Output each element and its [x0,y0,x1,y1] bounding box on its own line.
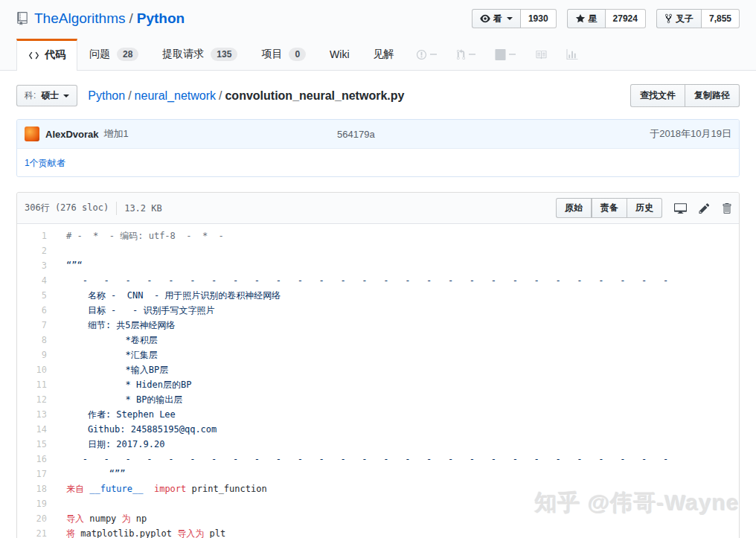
find-file-button[interactable]: 查找文件 [630,84,685,107]
line-number[interactable]: 20 [17,511,56,526]
line-number[interactable]: 3 [17,258,56,273]
line-number[interactable]: 11 [17,377,56,392]
repo-breadcrumb: TheAlgorithms/Python [34,10,185,27]
fork-count[interactable]: 7,855 [702,9,740,28]
breadcrumb-filename: convolution_neural_network.py [225,89,404,102]
tab-label: 项目 [261,48,282,61]
file-nav-buttons: 查找文件 复制路径 [630,84,740,107]
line-number[interactable]: 5 [17,288,56,303]
line-content: 来自 __future__ import print_function [56,481,739,496]
line-number[interactable]: 19 [17,496,56,511]
copy-path-button[interactable]: 复制路径 [685,84,740,107]
commit-message-link[interactable]: 增加1 [104,127,129,141]
code-line: 16 - - - - - - - - - - - - - - - - - - -… [17,452,739,467]
code-line: 6 目标 - - 识别手写文字照片 [17,303,739,318]
line-content: “”“ [56,258,739,273]
trash-icon[interactable] [722,202,731,214]
divider [116,202,117,215]
page-header: TheAlgorithms/Python 看 1930 星 2 [0,0,756,71]
line-number[interactable]: 15 [17,437,56,452]
watch-count[interactable]: 1930 [521,9,557,28]
contributors-row: 1个贡献者 [17,148,739,176]
code-line: 3“”“ [17,258,739,273]
code-line: 11 * Hiden层的BP [17,377,739,392]
tab-提取请求[interactable]: 提取请求135 [150,39,249,70]
breadcrumb-folder-link[interactable]: neural_network [135,89,216,102]
line-content: “”” [56,467,739,481]
file-size: 13.2 KB [124,203,162,214]
loading-dash [469,54,475,55]
breadcrumb: Python/neural_network/convolution_neural… [88,89,404,103]
social-actions: 看 1930 星 27924 叉子 [472,9,740,28]
raw-button[interactable]: 原始 [556,198,592,218]
code-icon [28,50,39,61]
line-content [56,243,739,258]
line-number[interactable]: 17 [17,467,56,481]
line-number[interactable]: 18 [17,481,56,496]
tab-项目[interactable]: 项目0 [249,39,318,70]
blame-button[interactable]: 责备 [592,198,627,218]
code-line: 17 “”” [17,467,739,481]
loading-dash [430,54,437,55]
line-number[interactable]: 21 [17,526,56,538]
main-content: 科: 硕士 Python/neural_network/convolution_… [0,84,756,538]
line-number[interactable]: 10 [17,362,56,377]
tab-代码[interactable]: 代码 [16,39,77,71]
watch-button[interactable]: 看 [472,9,521,28]
pencil-icon[interactable] [699,202,710,214]
line-number[interactable]: 14 [17,422,56,437]
tab-counter: 0 [289,48,306,61]
display-icon[interactable] [674,202,687,214]
line-content: # - * - 编码: utf-8 - * - [56,228,739,243]
chevron-down-icon [63,95,69,100]
graph-icon[interactable] [557,39,588,70]
line-number[interactable]: 6 [17,303,56,318]
line-number[interactable]: 13 [17,407,56,422]
line-content: *汇集层 [56,348,739,362]
line-number[interactable]: 12 [17,392,56,407]
code-line: 2 [17,243,739,258]
commit-box: AlexDvorak 增加1 564179a 于2018年10月19日 1个贡献… [16,119,740,177]
breadcrumb-repo-link[interactable]: Python [88,89,125,102]
line-number[interactable]: 4 [17,273,56,288]
pull-request-icon[interactable] [446,39,485,70]
code-line: 15 日期: 2017.9.20 [17,437,739,452]
fork-button[interactable]: 叉子 [656,9,702,28]
watch-group: 看 1930 [472,9,557,28]
star-count[interactable]: 27924 [606,9,646,28]
history-button[interactable]: 历史 [627,198,662,218]
project-board-icon[interactable] [485,39,525,70]
line-content: 名称 - CNN - 用于照片识别的卷积神经网络 [56,288,739,303]
branch-name-label: 硕士 [41,89,59,102]
line-number[interactable]: 8 [17,333,56,348]
repo-name-link[interactable]: Python [137,10,185,26]
fork-group: 叉子 7,855 [656,9,740,28]
tab-问题[interactable]: 问题28 [77,39,150,70]
branch-prefix-label: 科: [25,89,36,102]
fork-label: 叉子 [676,14,693,23]
tab-Wiki[interactable]: Wiki [318,39,361,70]
repo-owner-link[interactable]: TheAlgorithms [34,10,126,26]
code-line: 4 - - - - - - - - - - - - - - - - - - - … [17,273,739,288]
line-number[interactable]: 1 [17,228,56,243]
avatar[interactable] [25,127,39,141]
line-number[interactable]: 2 [17,243,56,258]
repo-tabs: 代码问题28提取请求135项目0Wiki见解 [16,39,740,70]
file-nav-row: 科: 硕士 Python/neural_network/convolution_… [16,84,740,107]
contributors-link[interactable]: 1个贡献者 [25,158,65,168]
code-line: 8 *卷积层 [17,333,739,348]
code-line: 13 作者: Stephen Lee [17,407,739,422]
commit-author-link[interactable]: AlexDvorak [45,129,99,140]
book-icon[interactable] [525,39,557,70]
line-number[interactable]: 16 [17,452,56,467]
line-number[interactable]: 9 [17,348,56,362]
issue-alert-icon[interactable] [406,39,446,70]
tab-见解[interactable]: 见解 [362,39,406,70]
star-button[interactable]: 星 [567,9,606,28]
code-line: 9 *汇集层 [17,348,739,362]
line-content: 导入 numpy 为 np [56,511,739,526]
commit-hash[interactable]: 564179a [337,129,650,140]
line-number[interactable]: 7 [17,318,56,333]
branch-selector-button[interactable]: 科: 硕士 [16,85,77,106]
commit-date: 于2018年10月19日 [650,127,731,141]
